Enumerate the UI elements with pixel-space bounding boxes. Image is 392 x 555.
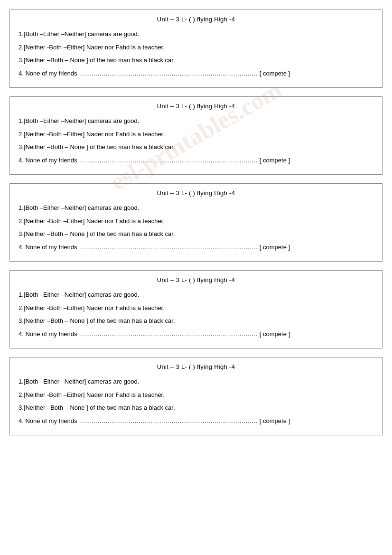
card-header-1: Unit – 3 L- ( ) flying High -4 [19,16,373,23]
card-4-line-4: 4. None of my friends ………………………………………………… [19,329,373,339]
card-1-line-2: 2.[Neither -Both –Either] Nader nor Fahd… [19,43,373,52]
card-lines-3: 1.[Both –Either –Neither] cameras are go… [19,203,373,252]
card-5-line-1: 1.[Both –Either –Neither] cameras are go… [19,377,373,386]
card-header-4: Unit – 3 L- ( ) flying High -4 [19,276,373,283]
card-1-line-1: 1.[Both –Either –Neither] cameras are go… [19,29,373,39]
worksheet-card-2: esl-printables.comUnit – 3 L- ( ) flying… [9,96,383,175]
worksheet-card-5: Unit – 3 L- ( ) flying High -41.[Both –E… [9,357,383,435]
card-lines-4: 1.[Both –Either –Neither] cameras are go… [19,290,373,339]
card-2-line-2: 2.[Neither -Both –Either] Nader nor Fahd… [19,130,373,139]
card-1-line-3: 3.[Neither –Both – None ] of the two man… [19,56,373,65]
card-3-line-3: 3.[Neither –Both – None ] of the two man… [19,229,373,239]
card-lines-1: 1.[Both –Either –Neither] cameras are go… [19,29,373,78]
card-2-line-3: 3.[Neither –Both – None ] of the two man… [19,142,373,152]
card-4-line-3: 3.[Neither –Both – None ] of the two man… [19,316,373,326]
card-1-line-4: 4. None of my friends ………………………………………………… [19,69,373,78]
card-3-line-1: 1.[Both –Either –Neither] cameras are go… [19,203,373,213]
card-2-line-4: 4. None of my friends ………………………………………………… [19,156,373,165]
card-5-line-4: 4. None of my friends ………………………………………………… [19,416,373,426]
card-3-line-2: 2.[Neither -Both –Either] Nader nor Fahd… [19,216,373,226]
worksheet-card-4: Unit – 3 L- ( ) flying High -41.[Both –E… [9,270,383,348]
card-5-line-3: 3.[Neither –Both – None ] of the two man… [19,403,373,413]
card-4-line-1: 1.[Both –Either –Neither] cameras are go… [19,290,373,300]
worksheet-card-3: Unit – 3 L- ( ) flying High -41.[Both –E… [9,183,383,262]
card-header-5: Unit – 3 L- ( ) flying High -4 [19,363,373,370]
worksheet-card-1: Unit – 3 L- ( ) flying High -41.[Both –E… [9,9,383,88]
card-header-2: Unit – 3 L- ( ) flying High -4 [19,103,373,110]
card-lines-5: 1.[Both –Either –Neither] cameras are go… [19,377,373,425]
card-header-3: Unit – 3 L- ( ) flying High -4 [19,189,373,197]
card-3-line-4: 4. None of my friends ………………………………………………… [19,243,373,252]
card-lines-2: 1.[Both –Either –Neither] cameras are go… [19,116,373,165]
card-4-line-2: 2.[Neither -Both –Either] Nader nor Fahd… [19,303,373,313]
card-5-line-2: 2.[Neither -Both –Either] Nader nor Fahd… [19,390,373,400]
worksheet-container: Unit – 3 L- ( ) flying High -41.[Both –E… [9,9,383,435]
card-2-line-1: 1.[Both –Either –Neither] cameras are go… [19,116,373,126]
